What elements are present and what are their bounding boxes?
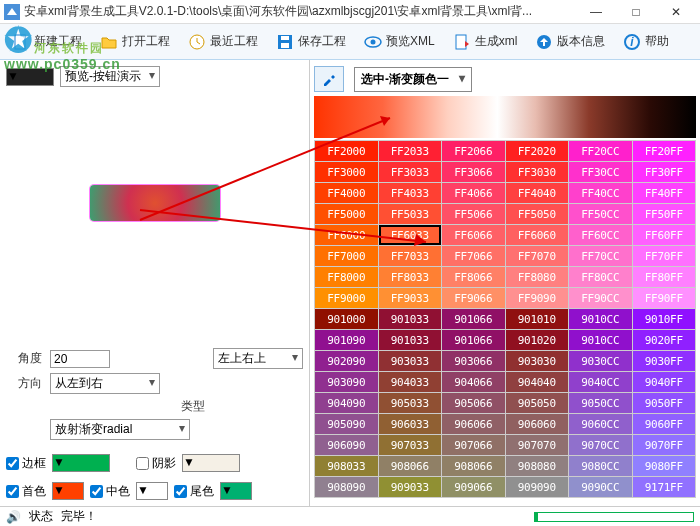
direction-select[interactable]: 从左到右 <box>50 373 160 394</box>
color-cell[interactable]: 908080 <box>506 456 569 476</box>
first-color-checkbox[interactable]: 首色 <box>6 483 46 500</box>
mid-color-checkbox[interactable]: 中色 <box>90 483 130 500</box>
color-cell[interactable]: 905090 <box>315 414 378 434</box>
color-cell[interactable]: FF6000 <box>315 225 378 245</box>
color-cell[interactable]: 909090 <box>506 477 569 497</box>
color-cell[interactable]: 907033 <box>379 435 442 455</box>
color-cell[interactable]: 909033 <box>379 477 442 497</box>
color-cell[interactable]: FF80CC <box>569 267 632 287</box>
mid-color-swatch[interactable]: ▼ <box>136 482 168 500</box>
color-cell[interactable]: 901033 <box>379 330 442 350</box>
color-cell[interactable]: 904090 <box>315 393 378 413</box>
open-project-button[interactable]: 打开工程 <box>94 31 176 53</box>
color-cell[interactable]: FF8033 <box>379 267 442 287</box>
color-cell[interactable]: FF8000 <box>315 267 378 287</box>
color-cell[interactable]: 9060FF <box>633 414 696 434</box>
version-info-button[interactable]: 版本信息 <box>529 31 611 53</box>
gradient-color-select[interactable]: 选中-渐变颜色一 <box>354 67 472 92</box>
angle-dir-select[interactable]: 左上右上 <box>213 348 303 369</box>
color-cell[interactable]: 9080CC <box>569 456 632 476</box>
shadow-checkbox[interactable]: 阴影 <box>136 455 176 472</box>
color-cell[interactable]: FF20CC <box>569 141 632 161</box>
color-cell[interactable]: 908033 <box>315 456 378 476</box>
minimize-button[interactable]: — <box>576 1 616 23</box>
color-cell[interactable]: FF70CC <box>569 246 632 266</box>
border-color-swatch[interactable]: ▼ <box>52 454 110 472</box>
color-cell[interactable]: 904066 <box>442 372 505 392</box>
new-project-button[interactable]: 新建工程 <box>6 31 88 53</box>
end-color-checkbox[interactable]: 尾色 <box>174 483 214 500</box>
color-cell[interactable]: 9090CC <box>569 477 632 497</box>
color-cell[interactable]: FF30CC <box>569 162 632 182</box>
color-cell[interactable]: FF9066 <box>442 288 505 308</box>
color-cell[interactable]: FF9033 <box>379 288 442 308</box>
color-cell[interactable]: FF8066 <box>442 267 505 287</box>
color-cell[interactable]: FF6066 <box>442 225 505 245</box>
color-cell[interactable]: 902090 <box>315 351 378 371</box>
color-cell[interactable]: FF4040 <box>506 183 569 203</box>
color-cell[interactable]: 903066 <box>442 351 505 371</box>
close-button[interactable]: ✕ <box>656 1 696 23</box>
color-cell[interactable]: 9010CC <box>569 309 632 329</box>
color-cell[interactable]: 9020FF <box>633 330 696 350</box>
color-cell[interactable]: FF7000 <box>315 246 378 266</box>
color-cell[interactable]: FF30FF <box>633 162 696 182</box>
color-cell[interactable]: FF4000 <box>315 183 378 203</box>
color-cell[interactable]: FF5000 <box>315 204 378 224</box>
color-cell[interactable]: 903030 <box>506 351 569 371</box>
color-cell[interactable]: 9030FF <box>633 351 696 371</box>
color-cell[interactable]: FF2066 <box>442 141 505 161</box>
color-cell[interactable]: 908066 <box>379 456 442 476</box>
color-cell[interactable]: 901000 <box>315 309 378 329</box>
color-cell[interactable]: 908090 <box>315 477 378 497</box>
save-project-button[interactable]: 保存工程 <box>270 31 352 53</box>
color-cell[interactable]: 903090 <box>315 372 378 392</box>
color-cell[interactable]: 906090 <box>315 435 378 455</box>
border-checkbox[interactable]: 边框 <box>6 455 46 472</box>
color-cell[interactable]: 9040FF <box>633 372 696 392</box>
color-cell[interactable]: 907066 <box>442 435 505 455</box>
color-cell[interactable]: FF6033 <box>379 225 442 245</box>
color-cell[interactable]: 905050 <box>506 393 569 413</box>
color-cell[interactable]: 9080FF <box>633 456 696 476</box>
color-cell[interactable]: FF60FF <box>633 225 696 245</box>
color-cell[interactable]: 909066 <box>442 477 505 497</box>
color-cell[interactable]: FF50CC <box>569 204 632 224</box>
color-cell[interactable]: 905033 <box>379 393 442 413</box>
color-cell[interactable]: 9050CC <box>569 393 632 413</box>
color-cell[interactable]: 9070CC <box>569 435 632 455</box>
color-cell[interactable]: FF3000 <box>315 162 378 182</box>
color-cell[interactable]: FF2020 <box>506 141 569 161</box>
color-cell[interactable]: FF7066 <box>442 246 505 266</box>
color-cell[interactable]: FF7033 <box>379 246 442 266</box>
color-cell[interactable]: FF9000 <box>315 288 378 308</box>
color-cell[interactable]: 905066 <box>442 393 505 413</box>
color-cell[interactable]: 9030CC <box>569 351 632 371</box>
color-cell[interactable]: 9050FF <box>633 393 696 413</box>
color-cell[interactable]: 901010 <box>506 309 569 329</box>
color-cell[interactable]: FF7070 <box>506 246 569 266</box>
color-cell[interactable]: 906033 <box>379 414 442 434</box>
color-cell[interactable]: 901033 <box>379 309 442 329</box>
color-cell[interactable]: FF90FF <box>633 288 696 308</box>
color-cell[interactable]: 901020 <box>506 330 569 350</box>
color-cell[interactable]: 903033 <box>379 351 442 371</box>
sound-icon[interactable]: 🔊 <box>6 510 21 524</box>
color-cell[interactable]: FF5066 <box>442 204 505 224</box>
generate-xml-button[interactable]: 生成xml <box>447 31 524 53</box>
color-cell[interactable]: FF40FF <box>633 183 696 203</box>
color-cell[interactable]: FF5050 <box>506 204 569 224</box>
color-cell[interactable]: FF2033 <box>379 141 442 161</box>
eyedropper-button[interactable] <box>314 66 344 92</box>
color-cell[interactable]: FF9090 <box>506 288 569 308</box>
color-cell[interactable]: FF3033 <box>379 162 442 182</box>
first-color-swatch[interactable]: ▼ <box>52 482 84 500</box>
color-cell[interactable]: FF8080 <box>506 267 569 287</box>
color-cell[interactable]: FF60CC <box>569 225 632 245</box>
angle-input[interactable] <box>50 350 110 368</box>
color-cell[interactable]: FF5033 <box>379 204 442 224</box>
color-cell[interactable]: 908066 <box>442 456 505 476</box>
type-select[interactable]: 放射渐变radial <box>50 419 190 440</box>
color-cell[interactable]: FF40CC <box>569 183 632 203</box>
end-color-swatch[interactable]: ▼ <box>220 482 252 500</box>
